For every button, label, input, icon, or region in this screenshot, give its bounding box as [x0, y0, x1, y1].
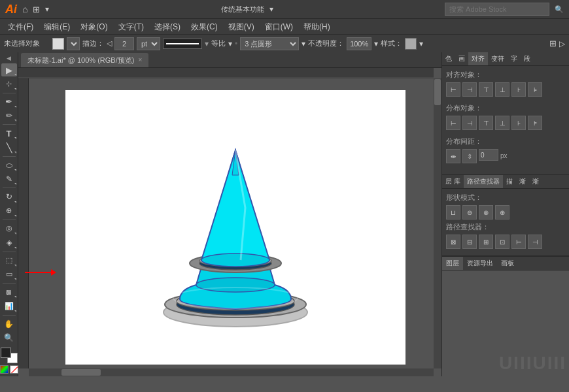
dist-right-btn[interactable]: ⊤ [479, 116, 493, 130]
dist-vcenter-btn[interactable]: ⊦ [511, 116, 526, 130]
align-hcenter-btn[interactable]: ⊣ [462, 82, 477, 97]
opacity-value[interactable] [347, 37, 371, 50]
color-swatches [1, 348, 18, 363]
tool-slice[interactable]: ▭ [1, 268, 17, 281]
none-mode-btn[interactable] [10, 365, 18, 374]
tab-asset-export[interactable]: 资源导出 [463, 257, 497, 270]
tool-shape[interactable]: ⬭ [1, 159, 17, 172]
menu-select[interactable]: 选择(S) [149, 19, 186, 35]
tab-color[interactable]: 色 [442, 52, 455, 65]
menu-text[interactable]: 文字(T) [113, 19, 149, 35]
dist-bottom-btn[interactable]: ⊧ [528, 116, 542, 130]
exclude-btn[interactable]: ⊕ [495, 205, 509, 220]
menu-window[interactable]: 窗口(W) [260, 19, 298, 35]
right-panel: 色 画 对齐 变符 字 段 对齐对象： ⊢ ⊣ ⊤ ⊥ ⊦ ⊧ 分布对象： [441, 52, 569, 376]
tab-swatch[interactable]: 画 [455, 52, 468, 65]
tab-close-button[interactable]: × [138, 53, 142, 67]
trim-btn[interactable]: ⊟ [462, 235, 477, 249]
tool-type[interactable]: T [1, 127, 17, 140]
fill-swatch[interactable] [52, 38, 64, 50]
tool-warp[interactable]: ⊕ [1, 204, 17, 218]
home-icon[interactable]: ⌂ [22, 4, 27, 14]
dist-hcenter-btn[interactable]: ⊣ [462, 116, 477, 130]
shape-mode-buttons: ⊔ ⊖ ⊗ ⊕ [446, 205, 565, 220]
tool-brush[interactable]: ✏ [1, 109, 17, 122]
align-right-btn[interactable]: ⊤ [479, 82, 493, 97]
divide-btn[interactable]: ⊠ [446, 235, 460, 249]
color-mode-btn[interactable] [0, 365, 9, 374]
stroke-separator: ▾ [205, 39, 209, 48]
artboard[interactable] [65, 90, 405, 365]
align-left-btn[interactable]: ⊢ [446, 82, 460, 97]
tool-rotate[interactable]: ↻ [1, 190, 17, 203]
menu-file[interactable]: 文件(F) [3, 19, 39, 35]
dist-spacing-input[interactable] [479, 149, 498, 161]
tool-artboard[interactable]: ⬚ [1, 253, 17, 267]
tab-transform[interactable]: 变符 [488, 52, 508, 65]
tab-stroke[interactable]: 描 [503, 175, 516, 188]
stroke-select[interactable]: ▭ [67, 37, 80, 50]
brush-select[interactable]: 3 点圆形 [240, 37, 299, 50]
ruler-left [18, 78, 29, 368]
tool-line[interactable]: ╲ [1, 140, 17, 154]
dist-left-btn[interactable]: ⊢ [446, 116, 460, 130]
minus-back-btn[interactable]: ⊣ [528, 235, 542, 249]
pencil-icon: ✎ [6, 174, 12, 184]
dist-spacing-h-btn[interactable]: ⇹ [446, 149, 460, 163]
crop-btn[interactable]: ⊡ [495, 235, 509, 249]
menu-object[interactable]: 对象(O) [75, 19, 112, 35]
fg-color-swatch[interactable] [1, 348, 11, 358]
file-tab[interactable]: 未标题-1.ai* @ 100% (RGB/预览) × [21, 53, 148, 67]
outline-btn[interactable]: ⊢ [511, 235, 526, 249]
menu-help[interactable]: 帮助(H) [298, 19, 336, 35]
minus-front-btn[interactable]: ⊖ [462, 205, 477, 220]
stroke-value[interactable] [114, 37, 134, 50]
stroke-type-label: 等比 [211, 39, 226, 48]
menu-view[interactable]: 视图(V) [223, 19, 260, 35]
merge-btn[interactable]: ⊞ [479, 235, 493, 249]
stroke-unit-select[interactable]: pt [137, 37, 160, 50]
toolbar-collapse[interactable]: ◀ [7, 55, 11, 61]
tab-gradient[interactable]: 渐 [516, 175, 529, 188]
tool-knife[interactable]: ◎ [1, 222, 17, 235]
tab-bar: 未标题-1.ai* @ 100% (RGB/预览) × [18, 52, 441, 68]
align-object-buttons: ⊢ ⊣ ⊤ ⊥ ⊦ ⊧ [446, 82, 565, 97]
search-stock-input[interactable] [445, 3, 549, 16]
tool-hand[interactable]: ✋ [1, 318, 17, 331]
align-vcenter-btn[interactable]: ⊦ [511, 82, 526, 97]
intersect-btn[interactable]: ⊗ [479, 205, 493, 220]
align-top-btn[interactable]: ⊥ [495, 82, 509, 97]
menu-edit[interactable]: 编辑(E) [39, 19, 75, 35]
tab-layer[interactable]: 图层 [442, 257, 463, 270]
v-scrollbar[interactable] [434, 78, 441, 368]
unite-btn[interactable]: ⊔ [446, 205, 460, 220]
tool-chart[interactable]: 📊 [1, 299, 17, 312]
tab-artboard[interactable]: 画板 [497, 257, 518, 270]
panel-switcher-icon: ⊞ [33, 5, 40, 14]
align-bottom-btn[interactable]: ⊧ [528, 82, 542, 97]
h-scrollbar[interactable] [29, 368, 434, 376]
tab-gradient2[interactable]: 渐 [529, 175, 542, 188]
style-swatch[interactable] [405, 38, 417, 50]
tab-pathfinder[interactable]: 路径查找器 [464, 175, 503, 188]
dist-top-btn[interactable]: ⊥ [495, 116, 509, 130]
tab-para[interactable]: 段 [521, 52, 534, 65]
red-arrow-indicator [25, 269, 56, 276]
tool-pen[interactable]: ✒ [1, 95, 17, 108]
canvas-viewport[interactable]: for(let i=0;i<600;i+=50){ document.curre… [18, 68, 441, 376]
tool-direct-select[interactable]: ⊹ [1, 77, 17, 90]
menu-effect[interactable]: 效果(C) [186, 19, 223, 35]
shape-icon: ⬭ [6, 161, 12, 170]
tool-pencil[interactable]: ✎ [1, 172, 17, 186]
tool-select[interactable]: ▶ [1, 63, 17, 76]
tool-gradient[interactable]: ▩ [1, 286, 17, 299]
tab-char[interactable]: 字 [508, 52, 521, 65]
tool-zoom[interactable]: 🔍 [1, 331, 17, 344]
options-bar: 未选择对象 ▭ 描边： ◁ pt ▾ 等比 ▾ • 3 点圆形 ▾ 不透明度： … [0, 34, 569, 52]
dist-spacing-v-btn[interactable]: ⇳ [462, 149, 477, 163]
tab-align[interactable]: 对齐 [468, 52, 488, 65]
tab-layers-lib[interactable]: 层 库 [442, 175, 464, 188]
ruler-top: for(let i=0;i<600;i+=50){ document.curre… [18, 68, 434, 78]
stroke-label: 描边： [82, 39, 104, 48]
tool-eraser[interactable]: ◈ [1, 236, 17, 249]
